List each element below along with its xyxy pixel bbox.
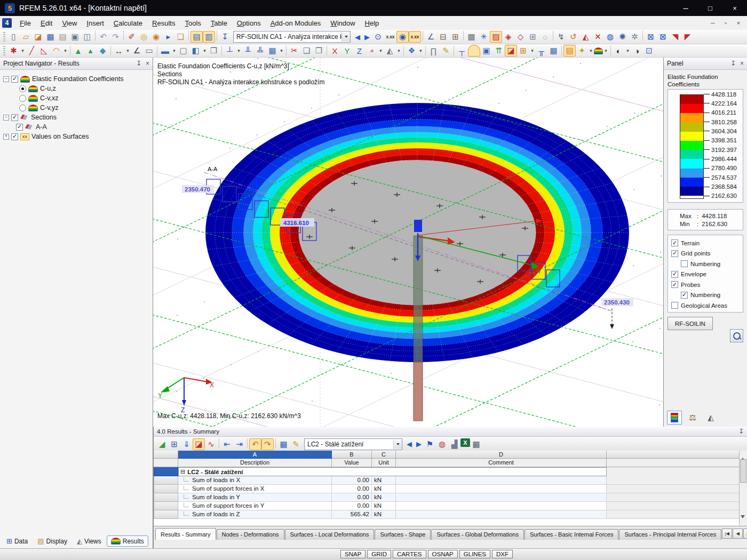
collapse-icon[interactable] <box>3 76 9 82</box>
isolate-icon[interactable]: ◭ <box>703 411 718 425</box>
checkbox[interactable] <box>671 281 678 288</box>
pick-icon[interactable]: ▸ <box>162 31 174 43</box>
table-tab[interactable]: Surfaces - Basic Internal Forces <box>525 529 619 540</box>
checkbox[interactable] <box>11 76 18 83</box>
redo-icon[interactable]: ↷ <box>109 31 122 43</box>
dock-load-case-combo[interactable]: LC2 - Stálé zatížení <box>304 438 402 450</box>
checkbox[interactable] <box>681 292 688 299</box>
color-scale-caret[interactable]: ▾ <box>603 45 609 57</box>
checkbox[interactable] <box>671 239 678 246</box>
node-generate-icon[interactable]: ▲ <box>72 45 84 57</box>
magic-icon[interactable]: ✦ <box>576 45 588 57</box>
menu-item[interactable]: Help <box>360 17 384 29</box>
rf-soilin-button[interactable]: RF-SOILIN <box>667 317 713 330</box>
block-icon[interactable]: ❒ <box>208 45 220 57</box>
flag-combo-icon[interactable]: ◥ <box>669 31 681 43</box>
snap-node-icon[interactable]: ◎ <box>138 31 150 43</box>
table-row[interactable]: Sum of loads in X 0.00 kN <box>154 476 747 485</box>
first-tab-icon[interactable]: |◀ <box>722 529 732 539</box>
prev-table-icon[interactable]: ⇤ <box>221 438 233 450</box>
scroll-down-icon[interactable] <box>741 515 745 523</box>
checkbox[interactable] <box>11 133 18 140</box>
checkbox[interactable] <box>671 271 678 278</box>
group-row-header[interactable] <box>154 467 178 476</box>
filter-icon[interactable]: ⚑ <box>424 438 436 450</box>
solid-caret[interactable]: ▾ <box>202 45 208 57</box>
mdi-close-icon[interactable]: × <box>732 18 745 28</box>
mirror-icon[interactable]: ◭ <box>579 31 592 43</box>
arc-tool-icon[interactable]: ◠ <box>50 45 62 57</box>
collapse-icon[interactable] <box>3 115 9 121</box>
view-3d-icon[interactable]: ❖ <box>406 45 418 57</box>
status-toggle[interactable]: DXF <box>492 550 513 558</box>
support-node-icon[interactable]: ┴ <box>224 45 236 57</box>
row-header[interactable] <box>154 476 178 485</box>
combo-dropdown-icon[interactable] <box>393 439 402 449</box>
status-toggle[interactable]: GLINES <box>459 550 490 558</box>
view-z-icon[interactable]: Z <box>353 45 365 57</box>
navigator-tab[interactable]: ⊞ Data <box>2 535 32 547</box>
close-icon[interactable]: × <box>146 60 149 67</box>
blocks-icon[interactable]: ⊞ <box>517 45 529 57</box>
solid-icon[interactable]: ◧ <box>189 45 202 57</box>
support-surface-icon[interactable]: ╩ <box>254 45 266 57</box>
color-scale-box[interactable]: 4428.1184222.1644016.2113810.2583604.304… <box>667 89 743 203</box>
level-alt-icon[interactable]: ╥ <box>535 45 547 57</box>
show-values-icon[interactable]: ◉ <box>396 31 409 43</box>
info-icon[interactable]: ◍ <box>604 31 616 43</box>
previous-case-icon[interactable]: ◀ <box>404 440 414 448</box>
column-header-description[interactable]: Description <box>178 459 332 467</box>
values-decimal-icon[interactable]: X.XX <box>409 31 421 43</box>
column-letter-d[interactable]: D <box>396 451 607 459</box>
chart-icon[interactable]: ▟ <box>448 438 460 450</box>
support-line-icon[interactable]: ╨ <box>242 45 254 57</box>
arc-tool-caret[interactable]: ▾ <box>62 45 68 57</box>
show-table-icon[interactable]: ▤ <box>190 31 203 43</box>
column-letter-a[interactable]: A <box>178 451 332 459</box>
status-toggle[interactable]: SNAP <box>340 550 365 558</box>
previous-tab-icon[interactable]: ◀ <box>733 529 743 539</box>
dimension-icon[interactable]: ↔ <box>113 45 125 57</box>
column-header-comment[interactable]: Comment <box>396 459 607 467</box>
mdi-restore-icon[interactable]: ▫ <box>719 18 732 28</box>
column-header-value[interactable]: Value <box>332 459 372 467</box>
panel-option[interactable]: Numbering <box>681 290 743 301</box>
column-header-unit[interactable]: Unit <box>372 459 396 467</box>
radio-selected[interactable] <box>19 85 26 92</box>
checkbox[interactable] <box>11 114 18 121</box>
open-model-icon[interactable]: ▱ <box>20 31 32 43</box>
line-axis-icon[interactable]: ◺ <box>38 45 50 57</box>
menu-item[interactable]: View <box>57 17 82 29</box>
column-letter-b[interactable]: B <box>332 451 372 459</box>
fe-mesh-icon[interactable]: ▦ <box>266 45 279 57</box>
abacus-icon[interactable]: ⊟ <box>437 31 449 43</box>
corner-cell[interactable] <box>154 451 178 459</box>
half-render-icon[interactable]: ◐ <box>613 45 625 57</box>
combo-dropdown-icon[interactable] <box>341 32 350 42</box>
table-scrollbar[interactable] <box>739 451 747 525</box>
half-render-caret[interactable]: ▾ <box>625 45 631 57</box>
table-tab[interactable]: Surfaces - Local Deformations <box>285 529 375 540</box>
level-icon[interactable]: ┬ <box>456 45 468 57</box>
close-icon[interactable]: × <box>722 0 747 16</box>
section-tool-icon[interactable]: ◪ <box>505 45 517 57</box>
new-window-icon[interactable]: ❑ <box>174 31 187 43</box>
copy-node-icon[interactable]: ▴ <box>84 45 97 57</box>
checkbox[interactable] <box>671 250 678 257</box>
solid-view-alt-icon[interactable]: ❒ <box>313 45 325 57</box>
table-grid-icon[interactable]: ▦ <box>547 45 560 57</box>
surface-icon[interactable]: ▬ <box>159 45 171 57</box>
group-row[interactable]: ⊟ LC2 - Stálé zatížení <box>154 467 747 476</box>
table-edit-icon[interactable]: ✎ <box>290 438 302 450</box>
next-table-icon[interactable]: ⇥ <box>233 438 245 450</box>
navigator-tab[interactable]: Results <box>107 535 148 547</box>
close-icon[interactable]: × <box>740 60 744 67</box>
mesh-star-icon[interactable]: ✳ <box>478 31 490 43</box>
checkbox[interactable] <box>681 260 688 267</box>
lightning-icon[interactable]: ↯ <box>555 31 567 43</box>
opening-icon[interactable]: ▢ <box>177 45 189 57</box>
color-scale-panel-icon[interactable] <box>667 411 682 425</box>
new-entity-icon[interactable]: ✐ <box>125 31 138 43</box>
param-info-icon[interactable]: ◍ <box>436 438 448 450</box>
node-tool-caret[interactable]: ▾ <box>20 45 26 57</box>
